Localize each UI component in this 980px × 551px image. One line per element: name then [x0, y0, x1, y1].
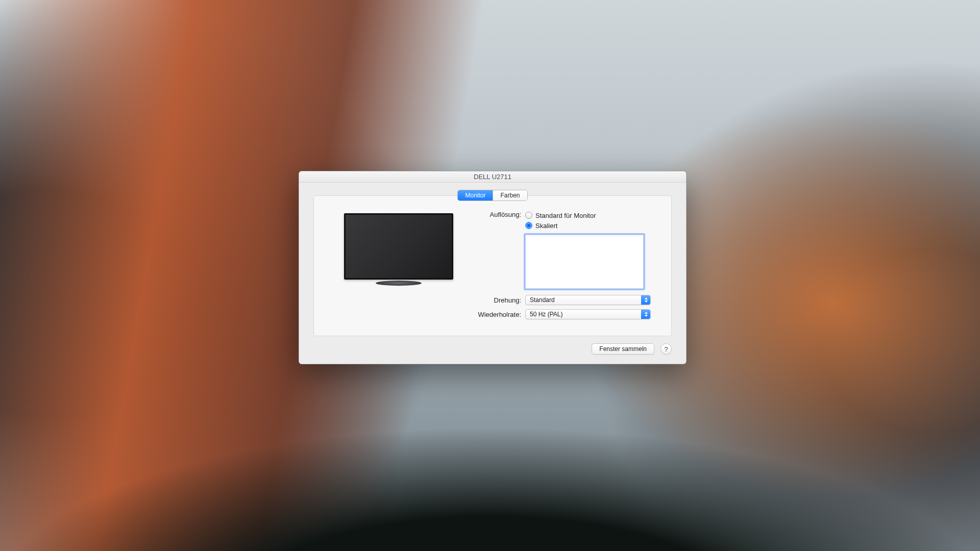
window-body: Monitor Farben Auflösung: [299, 183, 686, 364]
resolution-option-default-label: Standard für Monitor [535, 212, 596, 219]
resolution-row: Auflösung: Standard für Monitor Skaliert [470, 210, 658, 289]
resolution-label: Auflösung: [470, 210, 525, 218]
monitor-stand-icon [376, 281, 422, 286]
monitor-preview-column [327, 210, 470, 323]
gather-windows-button[interactable]: Fenster sammeln [592, 343, 654, 355]
tab-monitor[interactable]: Monitor [458, 190, 493, 201]
rotation-label: Drehung: [470, 296, 525, 304]
refresh-popup[interactable]: 50 Hz (PAL) [525, 309, 651, 319]
rotation-row: Drehung: Standard [470, 295, 658, 305]
rotation-value: Standard [530, 296, 555, 304]
desktop-wallpaper: DELL U2711 Monitor Farben [0, 0, 980, 551]
scaled-resolution-list[interactable] [525, 235, 644, 289]
resolution-option-scaled-label: Skaliert [535, 222, 557, 230]
popup-stepper-icon [641, 295, 650, 305]
popup-stepper-icon [641, 310, 650, 319]
window-title: DELL U2711 [474, 173, 511, 181]
refresh-value: 50 Hz (PAL) [530, 311, 562, 318]
rotation-popup[interactable]: Standard [525, 295, 651, 305]
resolution-option-scaled[interactable]: Skaliert [525, 220, 658, 231]
monitor-screen-icon [344, 213, 453, 280]
settings-panel: Auflösung: Standard für Monitor Skaliert [313, 195, 672, 336]
radio-checked-icon [525, 222, 532, 229]
display-preferences-window: DELL U2711 Monitor Farben [299, 171, 687, 364]
refresh-row: Wiederholrate: 50 Hz (PAL) [470, 309, 658, 319]
window-titlebar[interactable]: DELL U2711 [299, 171, 686, 183]
settings-column: Auflösung: Standard für Monitor Skaliert [470, 210, 658, 323]
tab-bar: Monitor Farben [313, 190, 672, 201]
window-footer: Fenster sammeln ? [313, 343, 672, 355]
help-button[interactable]: ? [660, 343, 672, 355]
tab-segmented-control: Monitor Farben [457, 190, 527, 201]
resolution-option-default[interactable]: Standard für Monitor [525, 210, 658, 220]
monitor-preview [344, 213, 453, 286]
radio-icon [525, 212, 532, 219]
refresh-label: Wiederholrate: [470, 310, 525, 318]
tab-colors[interactable]: Farben [493, 190, 527, 201]
